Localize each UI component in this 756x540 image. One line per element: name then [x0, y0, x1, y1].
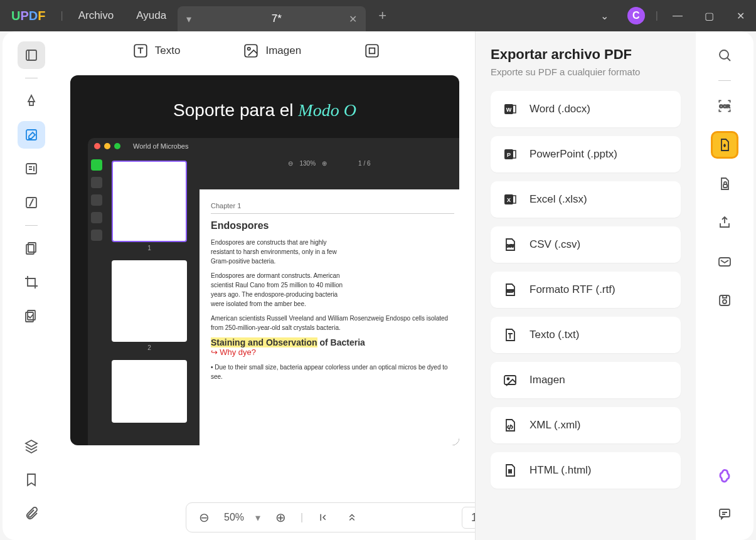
svg-text:W: W: [506, 107, 512, 113]
excel-icon: X: [502, 191, 518, 208]
zoom-value: 50%: [224, 512, 244, 523]
zoom-dropdown-icon[interactable]: ▾: [255, 512, 260, 524]
pages-icon[interactable]: [18, 235, 45, 262]
svg-point-32: [723, 300, 727, 304]
reader-mode-icon[interactable]: [18, 41, 45, 69]
toolbar-text-button[interactable]: Texto: [132, 43, 181, 59]
export-title: Exportar archivo PDF: [491, 46, 681, 63]
share-icon[interactable]: [711, 209, 738, 236]
svg-rect-34: [720, 509, 730, 517]
app-body: Texto Imagen Soporte para el Modo O Worl…: [3, 31, 753, 540]
highlight-icon[interactable]: [18, 87, 45, 115]
minimize-button[interactable]: —: [662, 0, 693, 31]
protect-icon[interactable]: [711, 170, 738, 198]
edit-mode-icon[interactable]: [18, 121, 45, 149]
mock-page-content: Chapter 1 Endospores Endospores are cons…: [200, 189, 459, 445]
attachment-icon[interactable]: [18, 500, 45, 527]
zoom-in-button[interactable]: ⊕: [272, 509, 289, 526]
search-icon[interactable]: [711, 41, 738, 69]
svg-point-27: [720, 50, 728, 59]
menu-file[interactable]: Archivo: [67, 9, 125, 22]
edit-toolbar: Texto Imagen: [118, 43, 395, 59]
export-text[interactable]: Texto (.txt): [491, 317, 681, 353]
html-icon: H: [502, 462, 518, 479]
user-avatar[interactable]: C: [620, 0, 652, 31]
zoom-out-button[interactable]: ⊖: [195, 509, 213, 526]
ocr-icon[interactable]: OCR: [711, 92, 738, 120]
svg-rect-1: [29, 102, 33, 105]
maximize-button[interactable]: ▢: [693, 0, 725, 31]
svg-rect-33: [723, 295, 727, 298]
bookmark-icon[interactable]: [18, 466, 45, 494]
organize-icon[interactable]: [18, 189, 45, 216]
document-preview[interactable]: Soporte para el Modo O World of Microbes…: [70, 75, 459, 445]
email-icon[interactable]: [711, 248, 738, 275]
svg-point-11: [248, 48, 250, 50]
left-sidebar: [3, 31, 60, 540]
xml-icon: [502, 417, 518, 433]
first-page-button[interactable]: [314, 509, 332, 526]
zoom-controls: ⊖ 50% ▾ ⊕ | 1 / 1: [186, 502, 512, 532]
export-html[interactable]: H HTML (.html): [491, 452, 681, 489]
csv-icon: CSV: [502, 236, 518, 253]
app-logo: UPDF: [0, 9, 56, 23]
toolbar-image-button[interactable]: Imagen: [243, 43, 301, 59]
toolbar-text-label: Texto: [155, 45, 181, 57]
export-powerpoint[interactable]: P PowerPoint (.pptx): [491, 136, 681, 172]
svg-rect-12: [366, 45, 378, 57]
new-tab-button[interactable]: +: [366, 8, 399, 24]
svg-rect-30: [719, 258, 730, 266]
svg-text:CSV: CSV: [506, 244, 514, 248]
right-sidebar: OCR: [696, 31, 753, 540]
toolbar-image-label: Imagen: [265, 45, 301, 57]
text-icon: [502, 327, 518, 343]
tab-title: 7*: [242, 13, 311, 25]
svg-text:X: X: [507, 197, 511, 203]
compare-icon[interactable]: [18, 302, 45, 330]
document-tab[interactable]: ▾ 7* ✕: [178, 6, 366, 31]
export-panel: Exportar archivo PDF Exporte su PDF a cu…: [475, 31, 696, 540]
chevron-down-icon[interactable]: ⌄: [589, 0, 620, 31]
svg-text:OCR: OCR: [720, 103, 730, 109]
layers-icon[interactable]: [18, 432, 45, 460]
export-icon[interactable]: [711, 131, 738, 159]
mock-thumb-1: [112, 161, 187, 242]
svg-rect-24: [504, 376, 516, 384]
rtf-icon: RTF: [502, 282, 518, 298]
svg-rect-10: [245, 45, 258, 57]
mock-window: World of Microbes 1 2: [88, 138, 459, 445]
powerpoint-icon: P: [502, 146, 518, 162]
tab-caret-icon: ▾: [186, 13, 191, 25]
svg-rect-0: [26, 50, 36, 60]
titlebar: UPDF | Archivo Ayuda ▾ 7* ✕ + ⌄ C | — ▢ …: [0, 0, 756, 31]
svg-rect-3: [26, 164, 36, 174]
export-csv[interactable]: CSV CSV (.csv): [491, 226, 681, 263]
mock-tab-title: World of Microbes: [133, 142, 188, 150]
form-icon[interactable]: [18, 155, 45, 183]
svg-rect-29: [723, 184, 727, 188]
word-icon: W: [502, 101, 518, 117]
divider: |: [60, 10, 63, 21]
prev-page-button[interactable]: [343, 509, 361, 526]
svg-point-25: [508, 378, 509, 380]
export-excel[interactable]: X Excel (.xlsx): [491, 181, 681, 218]
close-button[interactable]: ✕: [725, 0, 756, 31]
banner-text: Soporte para el Modo O: [70, 75, 459, 120]
export-word[interactable]: W Word (.docx): [491, 91, 681, 127]
tab-close-icon[interactable]: ✕: [349, 13, 357, 25]
svg-text:RTF: RTF: [506, 289, 514, 293]
ai-assistant-icon[interactable]: [711, 463, 738, 491]
export-xml[interactable]: XML (.xml): [491, 407, 681, 443]
menu-help[interactable]: Ayuda: [125, 9, 178, 22]
crop-icon[interactable]: [18, 268, 45, 296]
export-image[interactable]: Imagen: [491, 362, 681, 398]
comment-icon[interactable]: [711, 500, 738, 527]
divider: |: [656, 10, 658, 21]
export-rtf[interactable]: RTF Formato RTF (.rtf): [491, 272, 681, 308]
toolbar-link-button[interactable]: [364, 43, 380, 59]
image-icon: [502, 372, 518, 388]
mock-thumb-3: [112, 360, 187, 423]
export-subtitle: Exporte su PDF a cualquier formato: [491, 66, 681, 77]
svg-text:H: H: [508, 469, 511, 474]
save-icon[interactable]: [711, 287, 738, 314]
